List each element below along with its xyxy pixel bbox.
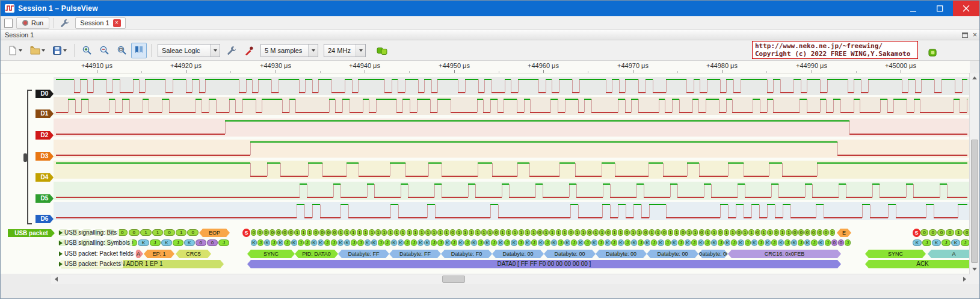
ruler-minor-tick (230, 71, 231, 73)
zoom-fit-button[interactable] (114, 43, 129, 58)
channel-label-d4[interactable]: D4 (35, 173, 54, 182)
ruler-tick-mark (186, 70, 186, 73)
decoder-row-label[interactable]: USB packet: Packets (58, 260, 123, 268)
annotation-cell: 1 (549, 229, 555, 236)
annotation-cell: 1 (668, 229, 673, 236)
annotation-cell: K (913, 239, 922, 246)
decoder-stack-label[interactable]: USB packet (8, 229, 55, 237)
time-ruler[interactable]: +44910 μs+44920 μs+44930 μs+44940 μs+449… (1, 61, 970, 73)
device-select[interactable]: Saleae Logic (158, 44, 220, 57)
annotation-chip: SYNC (247, 250, 295, 258)
annotation-chip: S (913, 229, 920, 237)
annotation-cell: 1 (556, 229, 561, 236)
scroll-left-icon[interactable] (51, 274, 61, 284)
ruler-tick-label: +44920 μs (170, 62, 202, 69)
dock-title: Session 1 (5, 31, 34, 39)
channel-label-d5[interactable]: D5 (35, 194, 54, 203)
channel-group-bracket[interactable] (27, 90, 32, 224)
tab-close-icon[interactable]: × (113, 19, 121, 27)
close-button[interactable] (953, 1, 979, 16)
new-session-button[interactable] (5, 43, 25, 58)
channel-group-handle[interactable] (23, 153, 27, 162)
ruler-tick-label: +45000 μs (885, 62, 916, 69)
annotation-cell: 0 (838, 239, 844, 246)
annotation-cell: 1 (512, 229, 517, 236)
annotation-cell: 1 (711, 229, 717, 236)
minimize-button[interactable] (900, 1, 926, 16)
annotation-chip: Databyte: 00 (544, 250, 596, 258)
annotation-cell: K (685, 239, 691, 246)
annotation-cell: 1 (767, 229, 772, 236)
annotation-chip: DATA0 [ FF FF F0 00 00 00 00 00 ] (247, 260, 841, 268)
annotation-cell: 0 (313, 229, 318, 236)
decoder-row-arrow-icon (59, 251, 63, 256)
add-decoder-button[interactable] (374, 43, 390, 58)
annotation-chip: Databyte: 00 (698, 250, 728, 258)
ruler-tick-mark (633, 70, 633, 73)
horizontal-scrollbar[interactable] (51, 274, 970, 284)
chevron-down-icon (63, 49, 67, 52)
sample-count-select[interactable]: 5 M samples (260, 44, 318, 57)
vertical-scrollbar[interactable] (969, 73, 979, 274)
ruler-tick-label: +44960 μs (528, 62, 559, 69)
annotation-cell: J (304, 239, 310, 246)
annotation-cell: K (251, 239, 257, 246)
channel-label-d0[interactable]: D0 (35, 90, 54, 98)
zoom-out-button[interactable] (96, 43, 112, 58)
sticky-scrolling-toggle[interactable] (131, 43, 147, 58)
vertical-scroll-thumb[interactable] (971, 140, 978, 263)
annotation-chip: EP: 1 (144, 250, 174, 258)
annotation-cell: 1 (705, 229, 710, 236)
annotation-cell: 1 (500, 229, 505, 236)
annotation-cell: J (411, 239, 417, 246)
save-button[interactable] (49, 43, 70, 58)
open-button[interactable] (27, 43, 48, 58)
annotation-cell: 0 (282, 229, 288, 236)
zoom-in-button[interactable] (79, 43, 94, 58)
url-text: http://www.neko.ne.jp/~freewing/ (755, 42, 915, 50)
trace-view[interactable]: USB packet D0D1D2D3D4D5D6000000011010EOP… (1, 73, 970, 274)
decoder-row-label[interactable]: USB signalling: Symbols (58, 239, 132, 247)
channel-label-d3[interactable]: D3 (35, 152, 54, 161)
annotation-cell: 1 (387, 229, 393, 236)
run-button[interactable]: Run (16, 17, 49, 29)
decoder-indicator-icon[interactable] (928, 48, 937, 57)
annotation-cell: 1 (780, 229, 785, 236)
scroll-right-icon[interactable] (960, 274, 970, 284)
annotation-cell: K (932, 239, 941, 246)
annotation-cell: 1 (394, 229, 399, 236)
channel-label-d1[interactable]: D1 (35, 109, 54, 118)
annotation-cell: 0 (718, 229, 723, 236)
annotation-cell: 0 (568, 229, 573, 236)
decoder-row-label[interactable]: USB signalling: Bits (58, 229, 119, 236)
annotation-cell: 1 (350, 229, 356, 236)
scroll-up-icon[interactable] (970, 73, 979, 82)
horizontal-scroll-thumb[interactable] (442, 276, 465, 283)
ruler-minor-tick (409, 71, 410, 73)
tab-session-1[interactable]: Session 1 × (75, 17, 125, 29)
annotation-cell: J (257, 239, 263, 246)
annotation-cell: 0 (493, 229, 499, 236)
decoder-row-label[interactable]: USB packet: Packet fields (58, 250, 136, 257)
new-view-icon[interactable] (4, 19, 13, 28)
annotation-cell: K (551, 239, 557, 246)
device-config-wrench-icon[interactable] (224, 43, 239, 58)
dock-float-icon[interactable] (962, 32, 968, 38)
annotation-cell: K (138, 239, 149, 246)
annotation-cell: J (922, 239, 931, 246)
scroll-down-icon[interactable] (970, 265, 979, 274)
annotation-cell: J (218, 239, 229, 246)
channel-label-d2[interactable]: D2 (35, 131, 54, 140)
maximize-button[interactable] (926, 1, 953, 16)
session-settings-wrench-icon[interactable] (57, 17, 72, 29)
annotation-cell: K (738, 239, 744, 246)
annotation-cell: 0 (661, 229, 667, 236)
sample-rate-select[interactable]: 24 MHz (324, 44, 366, 57)
channel-probe-button[interactable] (241, 43, 257, 58)
annotation-cell: 1 (437, 229, 443, 236)
annotation-cell: 1 (581, 229, 586, 236)
channel-label-d6[interactable]: D6 (35, 215, 54, 223)
annotation-cell: 0 (331, 229, 337, 236)
ruler-tick-label: +44970 μs (617, 62, 649, 69)
dock-close-icon[interactable]: × (973, 32, 977, 38)
